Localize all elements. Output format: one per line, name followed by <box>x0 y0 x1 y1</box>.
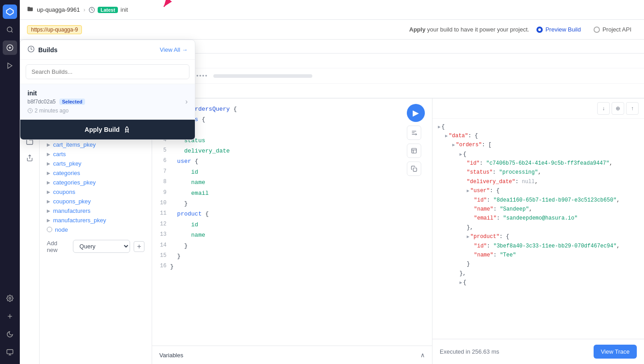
code-line: 13 name <box>156 230 405 240</box>
json-expand-icon[interactable]: ▶ <box>459 280 462 285</box>
code-line: 15 } <box>156 251 405 261</box>
item-label: categories_pkey <box>53 179 96 186</box>
triangle-icon: ▶ <box>47 208 50 213</box>
sidebar-icon-shortcut[interactable] <box>3 345 17 360</box>
latest-tag[interactable]: Latest <box>98 7 117 13</box>
svg-point-1 <box>7 27 12 32</box>
code-line: 11 product { <box>156 209 405 219</box>
sidebar-icon-play[interactable] <box>3 58 17 73</box>
variables-toggle[interactable]: ∧ <box>420 351 425 359</box>
run-query-button[interactable]: ▶ <box>407 104 425 122</box>
list-item[interactable]: ▶ coupons_pkey <box>47 197 144 206</box>
results-panel: ↓ ⊕ ↑ ▶{ ▶"data": { ▶"orders": [ ▶{ "id"… <box>432 99 644 364</box>
list-item[interactable]: ▶ cart_items_pkey <box>47 140 144 149</box>
builds-dropdown: Builds View All → init b8f7dc02a5 Select… <box>20 40 195 140</box>
build-hash: b8f7dc02a5 <box>27 99 56 105</box>
item-label: carts_pkey <box>53 160 81 167</box>
expand-button[interactable]: ⊕ <box>612 102 624 115</box>
code-line: 6 user { <box>156 156 405 166</box>
triangle-icon: ▶ <box>47 180 50 185</box>
sidebar-icon-search[interactable] <box>3 22 17 37</box>
list-item[interactable]: ▶ carts <box>47 149 144 159</box>
col-value: Value <box>142 40 644 54</box>
add-new-row: Add new Query Mutation Subscription + <box>47 240 144 253</box>
app-logo[interactable] <box>3 4 17 19</box>
preview-build-label: Preview Build <box>545 26 581 33</box>
view-trace-button[interactable]: View Trace <box>594 345 637 359</box>
item-label: cart_items_pkey <box>53 141 96 148</box>
svg-rect-16 <box>412 148 417 153</box>
item-label: categories <box>53 170 80 176</box>
list-item[interactable]: ▶ categories_pkey <box>47 178 144 187</box>
build-time-text: 2 minutes ago <box>35 108 68 114</box>
item-label: coupons <box>53 189 75 195</box>
list-item[interactable]: ▶ coupons <box>47 187 144 197</box>
json-expand-icon[interactable]: ▶ <box>452 143 455 148</box>
json-expand-icon[interactable]: ▶ <box>445 134 448 139</box>
header-value-2: •••••••••••••••••••• <box>142 68 644 84</box>
apply-build-label: Apply Build <box>85 126 120 133</box>
svg-point-5 <box>9 297 11 299</box>
clock-icon-dropdown <box>27 45 35 54</box>
sidebar-icon-settings[interactable] <box>3 291 17 306</box>
folder-icon <box>27 6 33 13</box>
results-toolbar: ↓ ⊕ ↑ <box>432 99 644 119</box>
selected-badge: Selected <box>59 99 85 105</box>
add-new-plus-button[interactable]: + <box>134 241 144 252</box>
sidebar-icon-graphql[interactable] <box>3 40 17 55</box>
radio-empty-icon <box>47 227 52 232</box>
view-all-link[interactable]: View All → <box>160 46 188 53</box>
apply-build-button[interactable]: Apply Build <box>20 120 195 139</box>
project-url[interactable]: https://up-quagga-9 <box>27 25 82 34</box>
mini-icon-share[interactable] <box>23 152 36 164</box>
rocket-icon <box>123 126 131 133</box>
list-item[interactable]: ▶ carts_pkey <box>47 159 144 168</box>
build-chevron-icon: › <box>185 98 188 106</box>
builds-title: Builds <box>38 46 58 54</box>
search-container <box>20 60 195 84</box>
sidebar-icon-dark-mode[interactable] <box>3 327 17 342</box>
project-name: up-quagga-9961 <box>37 6 80 13</box>
left-sidebar <box>0 0 20 364</box>
json-expand-icon[interactable]: ▶ <box>459 152 462 157</box>
code-line: 8 name <box>156 177 405 188</box>
add-new-select[interactable]: Query Mutation Subscription <box>73 240 131 253</box>
explorer-items-list: ▶ cart_items ▶ cart_items_pkey ▶ carts ▶… <box>47 130 144 234</box>
build-name: init <box>27 90 85 97</box>
collapse-button[interactable]: ↓ <box>597 102 610 115</box>
project-api-radio <box>594 27 600 33</box>
variables-bar: Variables ∧ <box>152 346 432 364</box>
sidebar-icon-plugins[interactable] <box>3 309 17 324</box>
triangle-icon: ▶ <box>47 152 50 157</box>
item-label: manufacturers <box>53 207 90 214</box>
list-item-node[interactable]: node <box>47 225 144 234</box>
code-line: 9 email <box>156 188 405 198</box>
project-api-button[interactable]: Project API <box>588 23 637 36</box>
build-item[interactable]: init b8f7dc02a5 Selected 2 minutes ago › <box>20 84 195 120</box>
query-toolbar: ▶ <box>407 104 425 176</box>
clock-icon <box>89 7 95 13</box>
code-line: 7 id <box>156 167 405 177</box>
list-item[interactable]: ▶ manufacturers <box>47 206 144 216</box>
list-item[interactable]: ▶ categories <box>47 168 144 178</box>
prettify-button[interactable] <box>407 126 421 140</box>
code-line: 16 } <box>156 261 405 272</box>
collapse-all-button[interactable]: ↑ <box>626 102 639 115</box>
triangle-icon: ▶ <box>47 199 50 204</box>
json-expand-icon[interactable]: ▶ <box>467 234 469 239</box>
json-expand-icon[interactable]: ▶ <box>467 189 469 193</box>
svg-marker-4 <box>8 63 12 68</box>
json-expand-icon[interactable]: ▶ <box>438 125 441 130</box>
header-value-1: application/json <box>142 54 644 68</box>
executed-text: Executed in 256.63 ms <box>440 348 499 355</box>
list-item[interactable]: ▶ manufacturers_pkey <box>47 216 144 225</box>
search-builds-input[interactable] <box>26 64 189 79</box>
copy-button[interactable] <box>407 162 421 176</box>
item-label: node <box>55 226 68 233</box>
preview-build-button[interactable]: Preview Build <box>531 23 586 36</box>
triangle-icon: ▶ <box>47 218 50 223</box>
preview-build-radio <box>536 27 543 33</box>
second-bar: https://up-quagga-9 Builds View All → <box>20 20 644 40</box>
variables-button[interactable] <box>407 144 421 158</box>
top-bar: up-quagga-9961 › Latest init <box>20 0 644 20</box>
